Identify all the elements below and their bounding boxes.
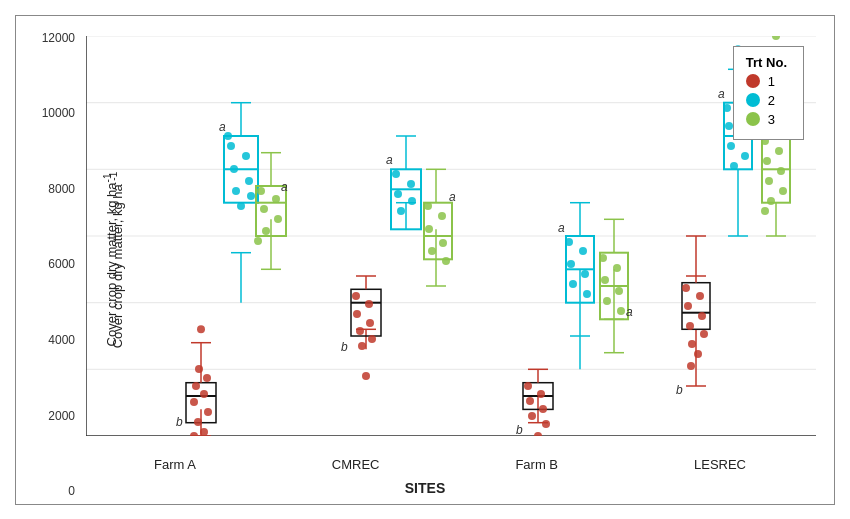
svg-point-104 [528, 412, 536, 420]
cmrec-trt2: a [386, 136, 421, 229]
svg-point-117 [567, 260, 575, 268]
svg-point-75 [392, 170, 400, 178]
svg-point-79 [397, 207, 405, 215]
svg-point-64 [356, 327, 364, 335]
y-tick-4000: 4000 [48, 333, 75, 347]
svg-point-39 [237, 202, 245, 210]
svg-point-17 [194, 418, 202, 426]
y-tick-2000: 2000 [48, 409, 75, 423]
farmb-trt2: a [558, 202, 594, 369]
svg-point-22 [203, 374, 211, 382]
svg-point-100 [524, 382, 532, 390]
svg-point-179 [763, 157, 771, 165]
svg-point-168 [730, 162, 738, 170]
svg-point-18 [204, 408, 212, 416]
svg-point-183 [767, 197, 775, 205]
cmrec-trt3: a [424, 169, 456, 286]
chart-container: Cover crop dry matter, kg ha-1 12000 100… [15, 15, 835, 505]
svg-point-103 [539, 405, 547, 413]
svg-text:b: b [341, 340, 348, 354]
svg-point-16 [200, 428, 208, 436]
svg-point-151 [688, 340, 696, 348]
y-tick-10000: 10000 [42, 106, 75, 120]
svg-point-132 [601, 276, 609, 284]
svg-point-147 [684, 302, 692, 310]
legend-item-1: 1 [746, 74, 787, 89]
svg-point-90 [439, 239, 447, 247]
svg-point-19 [190, 398, 198, 406]
svg-point-150 [700, 330, 708, 338]
svg-text:a: a [449, 190, 456, 204]
svg-point-162 [723, 104, 731, 112]
svg-point-50 [274, 215, 282, 223]
svg-point-88 [438, 212, 446, 220]
svg-point-152 [694, 350, 702, 358]
y-tick-12000: 12000 [42, 31, 75, 45]
svg-point-102 [526, 397, 534, 405]
svg-point-87 [424, 202, 432, 210]
legend-title: Trt No. [746, 55, 787, 70]
svg-point-130 [599, 254, 607, 262]
x-tick-farma: Farm A [154, 457, 196, 472]
svg-point-148 [698, 312, 706, 320]
plot-svg: b a [86, 36, 816, 436]
svg-point-24 [197, 325, 205, 333]
svg-point-34 [230, 165, 238, 173]
svg-point-176 [772, 36, 780, 40]
farmb-trt1: b [516, 369, 553, 436]
svg-point-62 [353, 310, 361, 318]
svg-point-119 [569, 280, 577, 288]
trt3-dot [746, 112, 760, 126]
x-tick-lesrec: LESREC [694, 457, 746, 472]
svg-point-182 [779, 187, 787, 195]
y-tick-6000: 6000 [48, 257, 75, 271]
trt2-label: 2 [768, 93, 775, 108]
svg-text:a: a [626, 305, 633, 319]
svg-point-35 [245, 177, 253, 185]
svg-point-146 [696, 292, 704, 300]
x-axis-labels: Farm A CMREC Farm B LESREC [86, 457, 814, 472]
svg-point-23 [195, 365, 203, 373]
lesrec-trt1: b [676, 236, 710, 397]
svg-point-78 [408, 197, 416, 205]
svg-text:b: b [676, 383, 683, 397]
x-tick-cmrec: CMREC [332, 457, 380, 472]
svg-point-67 [362, 372, 370, 380]
svg-point-91 [428, 247, 436, 255]
x-axis-title: SITES [16, 480, 834, 496]
svg-point-118 [581, 270, 589, 278]
svg-point-149 [686, 322, 694, 330]
svg-text:a: a [558, 221, 565, 235]
cmrec-trt1: b [341, 276, 381, 380]
svg-point-66 [358, 342, 366, 350]
legend-box: Trt No. 1 2 3 [733, 46, 804, 140]
svg-point-115 [565, 238, 573, 246]
svg-point-60 [352, 292, 360, 300]
svg-point-184 [761, 207, 769, 215]
svg-point-63 [366, 319, 374, 327]
legend-item-2: 2 [746, 93, 787, 108]
svg-point-48 [272, 195, 280, 203]
svg-point-153 [687, 362, 695, 370]
svg-point-116 [579, 247, 587, 255]
farmb-trt3: a [599, 219, 633, 352]
svg-text:b: b [516, 423, 523, 436]
svg-point-38 [247, 192, 255, 200]
svg-point-92 [442, 257, 450, 265]
svg-point-134 [603, 297, 611, 305]
svg-text:a: a [386, 153, 393, 167]
svg-point-15 [190, 432, 198, 436]
svg-point-164 [725, 122, 733, 130]
svg-point-133 [615, 287, 623, 295]
svg-point-120 [583, 290, 591, 298]
svg-point-49 [260, 205, 268, 213]
svg-point-61 [365, 300, 373, 308]
trt3-label: 3 [768, 112, 775, 127]
svg-point-101 [537, 390, 545, 398]
x-tick-farmb: Farm B [515, 457, 558, 472]
svg-point-89 [425, 225, 433, 233]
trt2-dot [746, 93, 760, 107]
svg-point-105 [542, 420, 550, 428]
svg-point-52 [254, 237, 262, 245]
y-tick-8000: 8000 [48, 182, 75, 196]
